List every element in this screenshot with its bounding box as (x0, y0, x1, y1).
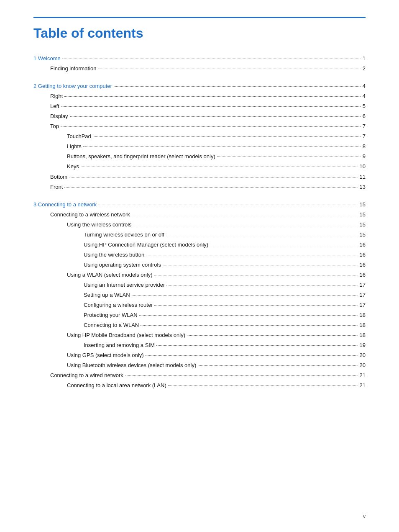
toc-label-ch2-2: Left (50, 101, 59, 111)
toc-dots-ch3-1 (132, 215, 358, 215)
toc-entry-ch3-1-1: Using the wireless controls15 (33, 220, 366, 230)
toc-label-ch1-1: Finding information (50, 64, 97, 74)
toc-dots-ch2 (114, 86, 361, 87)
toc-page-ch2-5: 11 (360, 172, 366, 182)
toc-page-ch2: 4 (363, 81, 366, 91)
toc-entry-ch2-4: Top7 (33, 121, 366, 131)
toc-entry-ch2-3: Display6 (33, 111, 366, 121)
toc-dots-ch2-4-4 (81, 167, 358, 167)
toc-label-ch3-2: Connecting to a wired network (50, 370, 123, 380)
toc-page-ch2-4: 7 (363, 121, 366, 131)
toc-dots-ch3-1-2-1 (166, 285, 358, 285)
toc-label-ch3-1-2-1: Using an Internet service provider (84, 280, 165, 290)
toc-label-ch2[interactable]: 2 Getting to know your computer (33, 81, 112, 91)
toc-dots-ch3-1-3-1 (156, 345, 358, 346)
toc-dots-ch1-1 (98, 69, 361, 69)
toc-dots-ch2-4 (61, 126, 361, 127)
toc-label-ch3-1-2-4: Protecting your WLAN (84, 310, 138, 320)
toc-label-ch3-1: Connecting to a wireless network (50, 210, 130, 220)
toc-page-ch2-4-3: 9 (363, 152, 366, 162)
toc-page-ch3-1-1-4: 16 (360, 260, 366, 270)
toc-entry-ch1: 1 Welcome1 (33, 54, 366, 64)
toc-label-ch2-4-4: Keys (67, 162, 79, 172)
toc-entry-ch2-5: Bottom11 (33, 172, 366, 182)
toc-entry-ch3-1-1-3: Using the wireless button16 (33, 250, 366, 260)
page-title: Table of contents (33, 26, 366, 41)
toc-entry-ch3-2-1: Connecting to a local area network (LAN)… (33, 380, 366, 391)
toc-label-ch3-1-1-4: Using operating system controls (84, 260, 161, 270)
toc-entry-ch3-1-2-5: Connecting to a WLAN18 (33, 320, 366, 330)
toc-page-ch3: 15 (360, 200, 366, 210)
toc-page-ch3-1-2-5: 18 (360, 320, 366, 330)
toc-page-ch3-1-2-1: 17 (360, 280, 366, 290)
toc-dots-ch3-1-1-4 (163, 265, 358, 265)
toc-label-ch2-1: Right (50, 91, 63, 101)
toc-dots-ch2-5 (69, 177, 358, 177)
toc-label-ch2-4-1: TouchPad (67, 131, 91, 141)
toc-page-ch3-1-1-3: 16 (360, 250, 366, 260)
toc-dots-ch3-2-1 (168, 386, 358, 386)
toc-dots-ch3-2 (125, 375, 358, 376)
toc-entry-ch2-4-4: Keys10 (33, 162, 366, 172)
toc-page-ch3-1-2-2: 17 (360, 290, 366, 300)
toc-page-ch3-1-1-2: 16 (360, 240, 366, 250)
toc-page-ch2-4-4: 10 (360, 162, 366, 172)
toc-page-ch3-1-5: 20 (360, 360, 366, 370)
toc-dots-ch1 (62, 59, 361, 59)
toc-label-ch1[interactable]: 1 Welcome (33, 54, 61, 64)
toc-label-ch3-1-2-2: Setting up a WLAN (84, 290, 130, 300)
toc-dots-ch2-4-2 (83, 146, 361, 147)
toc-page-ch2-4-2: 8 (363, 141, 366, 152)
toc-dots-ch2-1 (64, 96, 361, 97)
toc-label-ch3-1-1-1: Turning wireless devices on or off (84, 230, 164, 240)
toc-label-ch3-1-5: Using Bluetooth wireless devices (select… (67, 360, 196, 370)
toc-label-ch3-1-1-3: Using the wireless button (84, 250, 144, 260)
toc-page-ch2-1: 4 (363, 91, 366, 101)
toc-page-ch2-6: 13 (360, 182, 366, 192)
toc-dots-ch3-1-1-1 (166, 235, 358, 235)
toc-entry-ch3-1-1-4: Using operating system controls16 (33, 260, 366, 270)
toc-label-ch3-1-1-2: Using HP Connection Manager (select mode… (84, 240, 208, 250)
toc-dots-ch2-3 (70, 116, 361, 117)
toc-dots-ch2-6 (64, 187, 358, 188)
toc-entry-ch2-1: Right4 (33, 91, 366, 101)
toc-dots-ch2-4-3 (217, 157, 361, 157)
toc-page-ch3-1-1: 15 (360, 220, 366, 230)
toc-dots-ch2-2 (61, 106, 361, 107)
toc-label-ch3-2-1: Connecting to a local area network (LAN) (67, 380, 166, 391)
toc-page-ch3-2-1: 21 (360, 380, 366, 391)
toc-dots-ch3-1-1 (133, 225, 358, 225)
toc-dots-ch3-1-3 (187, 335, 358, 336)
toc-entry-ch3-1-4: Using GPS (select models only)20 (33, 350, 366, 360)
toc-page-ch3-1-2: 16 (360, 270, 366, 280)
toc-dots-ch3-1-2-4 (139, 315, 358, 316)
toc-label-ch3-1-2-3: Configuring a wireless router (84, 300, 153, 310)
toc-label-ch2-3: Display (50, 111, 68, 121)
toc-label-ch3-1-3: Using HP Mobile Broadband (select models… (67, 330, 185, 340)
toc-dots-ch3-1-2-3 (154, 305, 358, 306)
toc-dots-ch2-4-1 (93, 136, 361, 137)
toc-dots-ch3-1-5 (198, 365, 358, 366)
toc-page-ch1: 1 (363, 54, 366, 64)
toc-entry-ch3-1-2-4: Protecting your WLAN18 (33, 310, 366, 320)
toc-page-ch3-1-1-1: 15 (360, 230, 366, 240)
toc-entry-ch3-1-1-2: Using HP Connection Manager (select mode… (33, 240, 366, 250)
toc-entry-ch2-6: Front13 (33, 182, 366, 192)
toc-label-ch3[interactable]: 3 Connecting to a network (33, 200, 97, 210)
toc-entry-ch2-2: Left5 (33, 101, 366, 111)
footer-page-number: v (363, 514, 366, 519)
toc-label-ch2-4: Top (50, 121, 59, 131)
toc-label-ch3-1-2: Using a WLAN (select models only) (67, 270, 152, 280)
toc-label-ch3-1-2-5: Connecting to a WLAN (84, 320, 139, 330)
toc-label-ch3-1-3-1: Inserting and removing a SIM (84, 340, 155, 350)
toc-entry-ch3-1-2: Using a WLAN (select models only)16 (33, 270, 366, 280)
toc-page-ch3-1: 15 (360, 210, 366, 220)
toc-label-ch3-1-1: Using the wireless controls (67, 220, 132, 230)
toc-entry-ch2-4-2: Lights8 (33, 141, 366, 152)
toc-entry-ch3-1-2-3: Configuring a wireless router17 (33, 300, 366, 310)
toc-page-ch2-3: 6 (363, 111, 366, 121)
toc-entry-ch3-1-3: Using HP Mobile Broadband (select models… (33, 330, 366, 340)
toc-entry-ch3-1-2-2: Setting up a WLAN17 (33, 290, 366, 300)
toc-page-ch2-4-1: 7 (363, 131, 366, 141)
toc-entry-ch2-4-3: Buttons, speakers, and fingerprint reade… (33, 152, 366, 162)
